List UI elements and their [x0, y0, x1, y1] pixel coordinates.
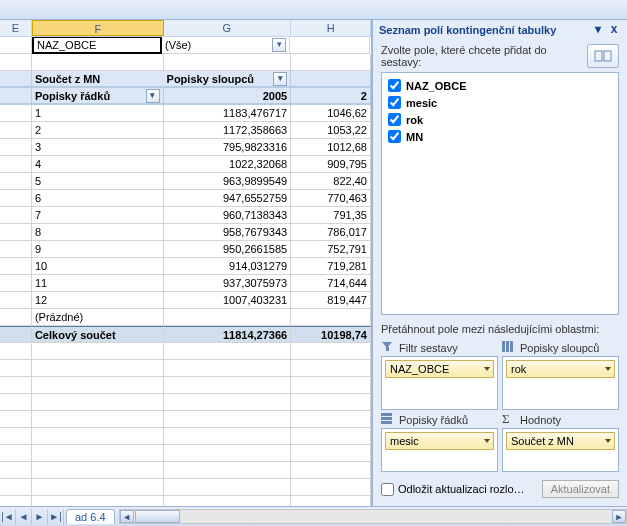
cell[interactable] [0, 190, 32, 207]
pivot-value-cell[interactable]: 963,9899549 [164, 173, 292, 190]
area-filter-box[interactable]: NAZ_OBCE [381, 356, 498, 410]
scroll-thumb[interactable] [135, 510, 180, 523]
cell[interactable] [0, 207, 32, 224]
pivot-value-cell[interactable]: 1046,62 [291, 105, 371, 122]
chip-rows[interactable]: mesic [385, 432, 494, 450]
pivot-value-cell[interactable]: 958,7679343 [164, 224, 292, 241]
cell[interactable] [164, 377, 292, 394]
pivot-value-cell[interactable]: 795,9823316 [164, 139, 292, 156]
pivot-year-col-next[interactable]: 2 [291, 88, 371, 104]
cell[interactable] [291, 377, 371, 394]
col-labels-dropdown[interactable]: ▾ [273, 72, 287, 86]
cell[interactable] [0, 173, 32, 190]
chip-filter[interactable]: NAZ_OBCE [385, 360, 494, 378]
col-labels-cell[interactable]: Popisky sloupců ▾ [164, 71, 292, 87]
cell[interactable] [0, 428, 32, 445]
cell[interactable] [291, 71, 371, 87]
grand-total-h[interactable]: 10198,74 [291, 326, 371, 343]
pivot-row-label[interactable]: 4 [32, 156, 164, 173]
cell[interactable] [291, 360, 371, 377]
pivot-blank-row[interactable]: (Prázdné) [32, 309, 164, 326]
cell[interactable] [0, 411, 32, 428]
cell[interactable] [164, 343, 292, 360]
cell[interactable] [0, 377, 32, 394]
field-checkbox[interactable] [388, 79, 401, 92]
tab-nav-last[interactable]: ►| [48, 509, 64, 525]
cell[interactable] [290, 37, 370, 54]
cell[interactable] [0, 309, 32, 326]
cell[interactable] [32, 343, 164, 360]
cell[interactable] [0, 326, 32, 343]
row-labels-cell[interactable]: Popisky řádků ▾ [32, 88, 164, 104]
field-checkbox[interactable] [388, 130, 401, 143]
cell[interactable] [32, 360, 164, 377]
cell[interactable] [32, 394, 164, 411]
cell[interactable] [32, 54, 164, 71]
field-list[interactable]: NAZ_OBCEmesicrokMN [381, 72, 619, 315]
pivot-row-label[interactable]: 1 [32, 105, 164, 122]
cell[interactable] [164, 496, 292, 506]
pivot-value-cell[interactable]: 960,7138343 [164, 207, 292, 224]
pivot-value-cell[interactable]: 714,644 [291, 275, 371, 292]
tab-nav-first[interactable]: |◄ [0, 509, 16, 525]
col-header-E[interactable]: E [0, 20, 32, 36]
pivot-row-label[interactable]: 5 [32, 173, 164, 190]
pivot-value-cell[interactable]: 822,40 [291, 173, 371, 190]
cell[interactable] [0, 224, 32, 241]
cell[interactable] [164, 445, 292, 462]
area-rows-box[interactable]: mesic [381, 428, 498, 472]
pivot-value-cell[interactable]: 937,3075973 [164, 275, 292, 292]
pivot-value-cell[interactable]: 719,281 [291, 258, 371, 275]
pivot-row-label[interactable]: 3 [32, 139, 164, 156]
close-icon[interactable]: x [607, 24, 621, 36]
cell[interactable] [0, 241, 32, 258]
col-header-F[interactable]: F [32, 20, 164, 36]
field-item[interactable]: NAZ_OBCE [386, 77, 614, 94]
cell[interactable] [0, 122, 32, 139]
cell[interactable] [0, 54, 32, 71]
cell[interactable] [0, 394, 32, 411]
grand-total-label[interactable]: Celkový součet [32, 326, 164, 343]
grand-total-g[interactable]: 11814,27366 [164, 326, 292, 343]
area-values-box[interactable]: Součet z MN [502, 428, 619, 472]
cell[interactable] [0, 479, 32, 496]
cell[interactable] [164, 411, 292, 428]
cell[interactable] [164, 54, 292, 71]
pivot-value-cell[interactable]: 770,463 [291, 190, 371, 207]
row-labels-dropdown[interactable]: ▾ [146, 89, 160, 103]
col-header-H[interactable]: H [291, 20, 371, 36]
cell[interactable] [32, 428, 164, 445]
pivot-value-cell[interactable]: 1007,403231 [164, 292, 292, 309]
cell[interactable] [164, 309, 292, 326]
defer-update-checkbox[interactable] [381, 483, 394, 496]
pivot-value-cell[interactable]: 914,031279 [164, 258, 292, 275]
pivot-row-label[interactable]: 9 [32, 241, 164, 258]
panel-title-bar[interactable]: Seznam polí kontingenční tabulky ▾ x [373, 20, 627, 40]
active-cell-page-field-name[interactable]: NAZ_OBCE [32, 37, 162, 54]
chip-cols[interactable]: rok [506, 360, 615, 378]
scroll-right-icon[interactable]: ► [612, 510, 626, 523]
cell[interactable] [0, 462, 32, 479]
update-button[interactable]: Aktualizovat [542, 480, 619, 498]
tab-nav-next[interactable]: ► [32, 509, 48, 525]
tab-nav-prev[interactable]: ◄ [16, 509, 32, 525]
field-item[interactable]: mesic [386, 94, 614, 111]
cell[interactable] [164, 462, 292, 479]
pivot-value-cell[interactable]: 1012,68 [291, 139, 371, 156]
pivot-value-cell[interactable]: 947,6552759 [164, 190, 292, 207]
pivot-value-cell[interactable]: 786,017 [291, 224, 371, 241]
pivot-year-col[interactable]: 2005 [164, 88, 292, 104]
pivot-value-cell[interactable]: 819,447 [291, 292, 371, 309]
field-item[interactable]: MN [386, 128, 614, 145]
pivot-row-label[interactable]: 2 [32, 122, 164, 139]
cell[interactable] [32, 377, 164, 394]
cell[interactable] [291, 411, 371, 428]
cell[interactable] [164, 394, 292, 411]
pivot-value-cell[interactable]: 752,791 [291, 241, 371, 258]
cell[interactable] [291, 479, 371, 496]
pivot-row-label[interactable]: 12 [32, 292, 164, 309]
cell[interactable] [291, 445, 371, 462]
cell[interactable] [0, 343, 32, 360]
pivot-row-label[interactable]: 8 [32, 224, 164, 241]
cell[interactable] [32, 411, 164, 428]
